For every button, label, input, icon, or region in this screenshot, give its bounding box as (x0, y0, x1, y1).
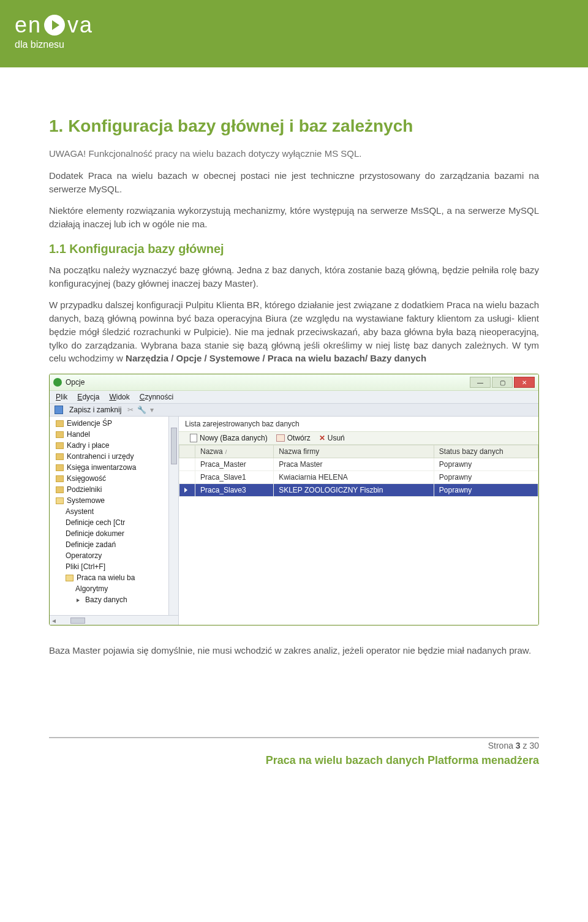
folder-icon (56, 420, 64, 427)
table-row[interactable]: Praca_Slave3 SKLEP ZOOLOGICZNY Fiszbin P… (179, 484, 538, 497)
tree-item[interactable]: Księgowość (52, 473, 176, 484)
heading-2: 1.1 Konfiguracja bazy głównej (49, 242, 539, 256)
tree-item[interactable]: Podzielniki (52, 484, 176, 495)
paragraph: W przypadku dalszej konfiguracji Pulpitu… (49, 298, 539, 365)
menu-item[interactable]: Widok (109, 393, 129, 401)
menu-item[interactable]: Edycja (77, 393, 99, 401)
tree-item[interactable]: Kontrahenci i urzędy (52, 451, 176, 462)
folder-icon (56, 453, 64, 460)
folder-icon (56, 464, 64, 471)
panel-title: Lista zarejestrowanych baz danych (179, 417, 538, 431)
tree-item[interactable]: Systemowe (52, 495, 176, 506)
page-footer: Strona 3 z 30 Praca na wielu bazach dany… (49, 737, 539, 767)
tool-icon[interactable]: 🔧 (137, 406, 146, 414)
paragraph: Baza Master pojawia się domyślnie, nie m… (49, 625, 539, 663)
toolbar: Zapisz i zamknij ✂ 🔧 ▾ (50, 404, 538, 417)
menu-item[interactable]: Czynności (140, 393, 173, 401)
window-titlebar: Opcje — ▢ ✕ (50, 374, 538, 391)
window-title: Opcje (66, 378, 85, 387)
brand-logo: en va (15, 12, 573, 38)
tree-item[interactable]: Asystent (52, 506, 176, 517)
brand-header: en va dla biznesu (0, 0, 588, 67)
tree-item[interactable]: Praca na wielu ba (52, 572, 176, 583)
footer-title: Praca na wielu bazach danych Platforma m… (49, 754, 539, 767)
paragraph: Niektóre elementy rozwiązania wykorzystu… (49, 204, 539, 231)
warning-text: UWAGA! Funkcjonalność pracy na wielu baz… (49, 147, 539, 161)
new-button[interactable]: Nowy (Baza danych) (190, 434, 268, 442)
dropdown-icon[interactable]: ▾ (150, 406, 154, 414)
close-button[interactable]: ✕ (514, 377, 535, 388)
menu-item[interactable]: Plik (56, 393, 67, 401)
folder-icon (56, 475, 64, 482)
new-icon (190, 434, 197, 442)
tree-item[interactable]: Operatorzy (52, 550, 176, 561)
delete-button[interactable]: ✕Usuń (319, 434, 345, 442)
tree-item[interactable]: Kadry i płace (52, 440, 176, 451)
page-label: Strona (488, 741, 516, 750)
menubar: Plik Edycja Widok Czynności (50, 391, 538, 404)
folder-open-icon (66, 575, 74, 581)
panel-toolbar: Nowy (Baza danych) Otwórz ✕Usuń (179, 431, 538, 445)
app-icon (53, 378, 62, 387)
page-of: z (521, 741, 530, 750)
main-panel: Lista zarejestrowanych baz danych Nowy (… (179, 417, 538, 625)
save-and-close-button[interactable]: Zapisz i zamknij (69, 406, 121, 414)
brand-tagline: dla biznesu (15, 39, 573, 50)
column-header[interactable]: Nazwa firmy (274, 445, 434, 458)
nav-tree: Ewidencje ŚP Handel Kadry i płace Kontra… (50, 417, 179, 625)
folder-icon (56, 486, 64, 493)
delete-icon: ✕ (319, 434, 325, 442)
folder-open-icon (56, 497, 64, 504)
maximize-button[interactable]: ▢ (492, 377, 513, 388)
table-row[interactable]: Praca_Master Praca Master Poprawny (179, 458, 538, 471)
paragraph: Na początku należy wyznaczyć bazę główną… (49, 263, 539, 290)
folder-icon (56, 442, 64, 449)
nav-path-bold: Narzędzia / Opcje / Systemowe / Praca na… (126, 353, 426, 363)
brand-name-part2: va (67, 12, 93, 38)
minimize-button[interactable]: — (470, 377, 491, 388)
tree-item[interactable]: Pliki [Ctrl+F] (52, 561, 176, 572)
brand-name-part1: en (15, 12, 42, 38)
horizontal-scrollbar[interactable]: ◂ (50, 615, 178, 625)
open-icon (276, 434, 285, 442)
folder-icon (56, 431, 64, 438)
tree-item[interactable]: Definicje dokumer (52, 528, 176, 539)
arrow-icon (75, 597, 82, 603)
tree-item[interactable]: Definicje cech [Ctr (52, 517, 176, 528)
page-number: 3 (516, 741, 521, 750)
open-button[interactable]: Otwórz (276, 434, 311, 442)
save-icon[interactable] (55, 406, 63, 414)
table-row[interactable]: Praca_Slave1 Kwiaciarnia HELENA Poprawny (179, 471, 538, 484)
play-icon (44, 15, 65, 36)
column-header[interactable]: Nazwa/ (195, 445, 274, 458)
row-marker-icon (184, 488, 187, 493)
tree-item[interactable]: Bazy danych (52, 594, 176, 605)
data-grid: Nazwa/ Nazwa firmy Status bazy danych Pr… (179, 445, 538, 625)
vertical-scrollbar[interactable] (168, 417, 178, 615)
tool-icon[interactable]: ✂ (127, 406, 134, 414)
tree-item[interactable]: Algorytmy (52, 583, 176, 594)
column-header[interactable]: Status bazy danych (434, 445, 538, 458)
paragraph: Dodatek Praca na wielu bazach w obecnej … (49, 169, 539, 196)
app-window: Opcje — ▢ ✕ Plik Edycja Widok Czynności … (49, 374, 539, 625)
heading-1: 1. Konfiguracja bazy głównej i baz zależ… (49, 116, 539, 136)
tree-item[interactable]: Księga inwentarzowa (52, 462, 176, 473)
tree-item[interactable]: Ewidencje ŚP (52, 418, 176, 429)
page-total: 30 (529, 741, 539, 750)
tree-item[interactable]: Definicje zadań (52, 539, 176, 550)
tree-item[interactable]: Handel (52, 429, 176, 440)
column-header[interactable] (179, 445, 195, 458)
